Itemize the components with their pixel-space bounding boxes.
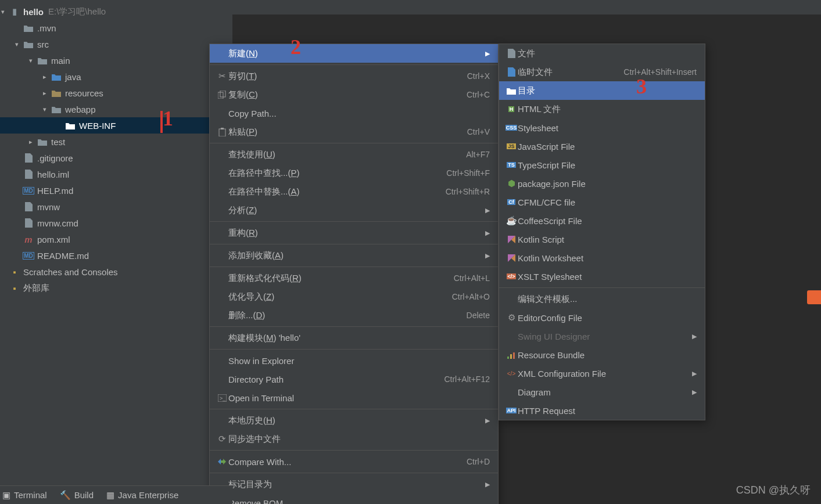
menu-shortcut: Ctrl+Alt+O xyxy=(435,292,490,301)
expand-arrow-icon[interactable]: ▸ xyxy=(43,89,51,97)
tree-item[interactable]: .gitignore xyxy=(0,150,232,166)
tree-item[interactable]: MDHELP.md xyxy=(0,182,232,199)
menu-item[interactable]: </>XML Configuration File▶ xyxy=(499,364,705,383)
menu-item[interactable]: ⚙EditorConfig File xyxy=(499,308,705,327)
menu-item[interactable]: 在路径中替换...(A)Ctrl+Shift+R xyxy=(210,182,498,201)
menu-item-label: 同步选中文件 xyxy=(228,434,281,445)
menu-item[interactable]: 删除...(D)Delete xyxy=(210,306,498,325)
tree-item-label: mvnw.cmd xyxy=(37,218,78,228)
menu-item[interactable]: 新建(N)▶ xyxy=(210,44,498,63)
menu-item-label: CoffeeScript File xyxy=(518,216,582,226)
tree-item[interactable]: MDREADME.md xyxy=(0,247,232,264)
menu-item-label: 分析(Z) xyxy=(228,205,257,216)
menu-item[interactable]: CSSStylesheet xyxy=(499,118,705,137)
expand-arrow-icon[interactable]: ▾ xyxy=(15,41,23,48)
expand-arrow-icon[interactable]: ▾ xyxy=(43,106,51,113)
menu-item[interactable]: 目录 xyxy=(499,81,705,100)
tree-item[interactable]: ▪外部库 xyxy=(0,280,232,296)
project-tree[interactable]: ▾ ▮ hello E:\学习吧\hello .mvn▾src▾main▸jav… xyxy=(0,0,232,504)
submenu-arrow-icon: ▶ xyxy=(468,50,490,57)
expand-arrow-icon[interactable]: ▸ xyxy=(29,138,37,146)
menu-item[interactable]: ☕CoffeeScript File xyxy=(499,211,705,230)
file-icon xyxy=(23,170,34,179)
menu-item[interactable]: 查找使用(U)Alt+F7 xyxy=(210,145,498,164)
tree-item[interactable]: ▸test xyxy=(0,134,232,150)
menu-item[interactable]: CfCFML/CFC file xyxy=(499,193,705,211)
menu-item[interactable]: APIHTTP Request xyxy=(499,401,705,420)
context-menu[interactable]: 新建(N)▶✂剪切(T)Ctrl+X复制(C)Ctrl+CCopy Path..… xyxy=(209,44,499,504)
menu-item[interactable]: 粘贴(P)Ctrl+V xyxy=(210,123,498,141)
menu-item[interactable]: JSJavaScript File xyxy=(499,137,705,156)
file-icon xyxy=(23,218,34,228)
tree-item[interactable]: ▸resources xyxy=(0,85,232,101)
tree-item[interactable]: ▾main xyxy=(0,52,232,69)
terminal-label: Terminal xyxy=(14,490,47,500)
menu-shortcut: Ctrl+D xyxy=(449,457,490,466)
java-ee-tool-button[interactable]: ▦Java Enterprise xyxy=(106,490,178,501)
menu-item[interactable]: 添加到收藏(A)▶ xyxy=(210,246,498,265)
menu-item[interactable]: </>XSLT Stylesheet xyxy=(499,267,705,286)
tree-item[interactable]: hello.iml xyxy=(0,166,232,182)
menu-item[interactable]: 优化导入(Z)Ctrl+Alt+O xyxy=(210,287,498,306)
menu-item[interactable]: 标记目录为▶ xyxy=(210,475,498,494)
tree-item[interactable]: WEB-INF xyxy=(0,117,232,134)
menu-item[interactable]: Kotlin Worksheet xyxy=(499,249,705,267)
menu-item[interactable]: 复制(C)Ctrl+C xyxy=(210,85,498,104)
menu-item[interactable]: 临时文件Ctrl+Alt+Shift+Insert xyxy=(499,63,705,81)
menu-item[interactable]: Kotlin Script xyxy=(499,230,705,249)
project-root[interactable]: ▾ ▮ hello E:\学习吧\hello xyxy=(0,3,232,20)
tree-item[interactable]: mvnw.cmd xyxy=(0,215,232,231)
menu-item[interactable]: ⟳同步选中文件 xyxy=(210,430,498,448)
submenu-arrow-icon: ▶ xyxy=(468,417,490,424)
expand-arrow-icon[interactable]: ▸ xyxy=(43,73,51,81)
menu-item[interactable]: TSTypeScript File xyxy=(499,156,705,174)
menu-item[interactable]: ⬢package.json File xyxy=(499,174,705,193)
build-tool-button[interactable]: 🔨Build xyxy=(60,490,94,501)
javaee-label: Java Enterprise xyxy=(118,490,178,500)
menu-item[interactable]: Diagram▶ xyxy=(499,383,705,401)
tool-window-bar[interactable]: ▣Terminal 🔨Build ▦Java Enterprise xyxy=(0,485,232,504)
menu-item[interactable]: Resource Bundle xyxy=(499,345,705,364)
tree-item-label: README.md xyxy=(37,251,89,261)
menu-item[interactable]: Copy Path... xyxy=(210,104,498,123)
menu-item[interactable]: 重新格式化代码(R)Ctrl+Alt+L xyxy=(210,269,498,287)
menu-item[interactable]: 文件 xyxy=(499,44,705,63)
submenu-arrow-icon: ▶ xyxy=(675,388,697,396)
expand-arrow-icon[interactable]: ▾ xyxy=(29,57,37,64)
menu-shortcut: Ctrl+X xyxy=(450,71,490,81)
api-icon: API xyxy=(505,408,518,413)
menu-item[interactable]: Directory PathCtrl+Alt+F12 xyxy=(210,370,498,388)
new-submenu[interactable]: 文件临时文件Ctrl+Alt+Shift+Insert目录HHTML 文件CSS… xyxy=(499,44,705,420)
terminal-tool-button[interactable]: ▣Terminal xyxy=(2,490,47,501)
submenu-arrow-icon: ▶ xyxy=(468,481,490,488)
menu-item-label: 新建(N) xyxy=(228,48,258,59)
expand-arrow-icon[interactable]: ▾ xyxy=(1,8,9,16)
menu-item[interactable]: 构建模块(M) 'hello' xyxy=(210,329,498,347)
side-tool-tab[interactable] xyxy=(807,290,821,304)
tree-item[interactable]: mpom.xml xyxy=(0,231,232,247)
menu-item-label: 文件 xyxy=(518,48,535,59)
tree-item[interactable]: mvnw xyxy=(0,199,232,215)
mvn-icon: m xyxy=(23,235,34,244)
menu-item[interactable]: 编辑文件模板... xyxy=(499,290,705,308)
menu-item[interactable]: 本地历史(H)▶ xyxy=(210,411,498,430)
menu-item-label: Kotlin Worksheet xyxy=(518,253,583,263)
menu-item[interactable]: Remove BOM xyxy=(210,494,498,504)
submenu-arrow-icon: ▶ xyxy=(468,252,490,260)
menu-item[interactable]: Show in Explorer xyxy=(210,351,498,370)
menu-item[interactable]: Compare With...Ctrl+D xyxy=(210,452,498,471)
menu-item[interactable]: ✂剪切(T)Ctrl+X xyxy=(210,67,498,85)
menu-item-label: 临时文件 xyxy=(518,67,553,78)
menu-item[interactable]: 在路径中查找...(P)Ctrl+Shift+F xyxy=(210,164,498,182)
menu-item[interactable]: 分析(Z)▶ xyxy=(210,201,498,219)
menu-item[interactable]: Swing UI Designer▶ xyxy=(499,327,705,345)
tree-item[interactable]: ▾webapp xyxy=(0,101,232,117)
menu-item-label: EditorConfig File xyxy=(518,313,582,323)
tree-item[interactable]: ▾src xyxy=(0,36,232,52)
tree-item[interactable]: ▪Scratches and Consoles xyxy=(0,264,232,280)
menu-item[interactable]: >_Open in Terminal xyxy=(210,388,498,407)
tree-item[interactable]: .mvn xyxy=(0,20,232,36)
tree-item[interactable]: ▸java xyxy=(0,69,232,85)
menu-item[interactable]: 重构(R)▶ xyxy=(210,224,498,242)
menu-item[interactable]: HHTML 文件 xyxy=(499,100,705,118)
